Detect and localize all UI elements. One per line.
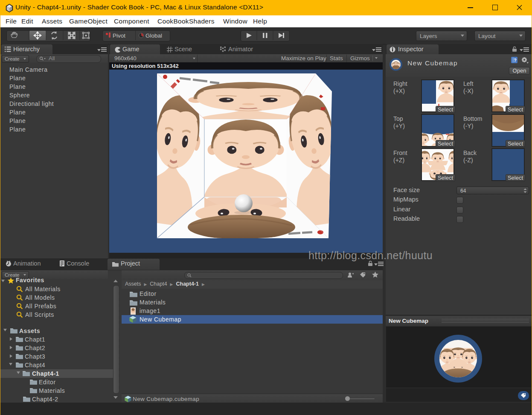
svg-text:?: ? — [514, 58, 516, 63]
